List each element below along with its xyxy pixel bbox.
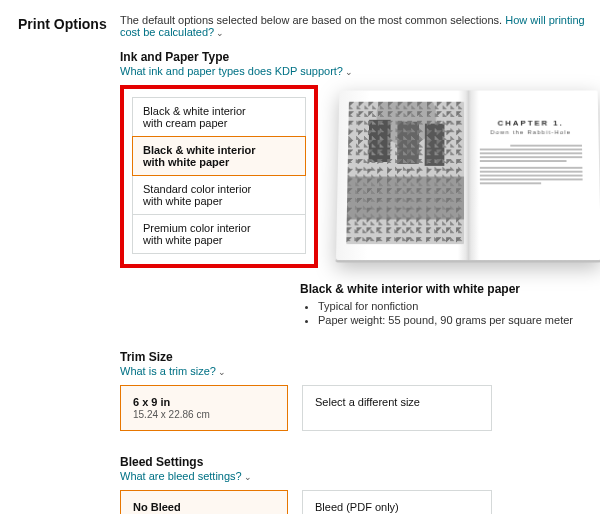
highlight-box: Black & white interior with cream paper … <box>120 85 318 268</box>
trim-size-section: Trim Size What is a trim size?⌄ 6 x 9 in… <box>120 350 600 431</box>
intro-prefix: The default options selected below are b… <box>120 14 505 26</box>
ink-option-standard-color[interactable]: Standard color interior with white paper <box>132 175 306 215</box>
page-title: Print Options <box>18 16 120 32</box>
chevron-down-icon: ⌄ <box>218 367 226 377</box>
ink-description: Black & white interior with white paper … <box>300 282 600 326</box>
chevron-down-icon: ⌄ <box>345 67 353 77</box>
preview-chapter-subtitle: Down the Rabbit-Hole <box>477 129 585 135</box>
book-preview: CHAPTER 1. Down the Rabbit-Hole <box>336 85 600 260</box>
ink-option-bw-white[interactable]: Black & white interior with white paper <box>132 136 306 176</box>
trim-option-other[interactable]: Select a different size <box>302 385 492 431</box>
ink-option-premium-color[interactable]: Premium color interior with white paper <box>132 214 306 254</box>
book-illustration <box>346 102 464 244</box>
bleed-heading: Bleed Settings <box>120 455 600 469</box>
ink-desc-bullet: Typical for nonfiction <box>318 300 600 312</box>
ink-help-link[interactable]: What ink and paper types does KDP suppor… <box>120 65 353 77</box>
bleed-option-pdf[interactable]: Bleed (PDF only) <box>302 490 492 514</box>
ink-option-bw-cream[interactable]: Black & white interior with cream paper <box>132 97 306 137</box>
trim-heading: Trim Size <box>120 350 600 364</box>
ink-desc-title: Black & white interior with white paper <box>300 282 600 296</box>
chevron-down-icon: ⌄ <box>244 472 252 482</box>
ink-desc-bullet: Paper weight: 55 pound, 90 grams per squ… <box>318 314 600 326</box>
trim-help-link[interactable]: What is a trim size?⌄ <box>120 365 226 377</box>
trim-option-6x9[interactable]: 6 x 9 in 15.24 x 22.86 cm <box>120 385 288 431</box>
ink-paper-section: Ink and Paper Type What ink and paper ty… <box>120 50 600 326</box>
bleed-section: Bleed Settings What are bleed settings?⌄… <box>120 455 600 514</box>
preview-body-lines <box>477 145 586 185</box>
chevron-down-icon: ⌄ <box>216 28 224 38</box>
bleed-help-link[interactable]: What are bleed settings?⌄ <box>120 470 252 482</box>
intro-text: The default options selected below are b… <box>120 14 600 38</box>
preview-chapter-title: CHAPTER 1. <box>477 119 585 128</box>
ink-option-list: Black & white interior with cream paper … <box>132 97 306 254</box>
bleed-option-none[interactable]: No Bleed <box>120 490 288 514</box>
ink-heading: Ink and Paper Type <box>120 50 600 64</box>
